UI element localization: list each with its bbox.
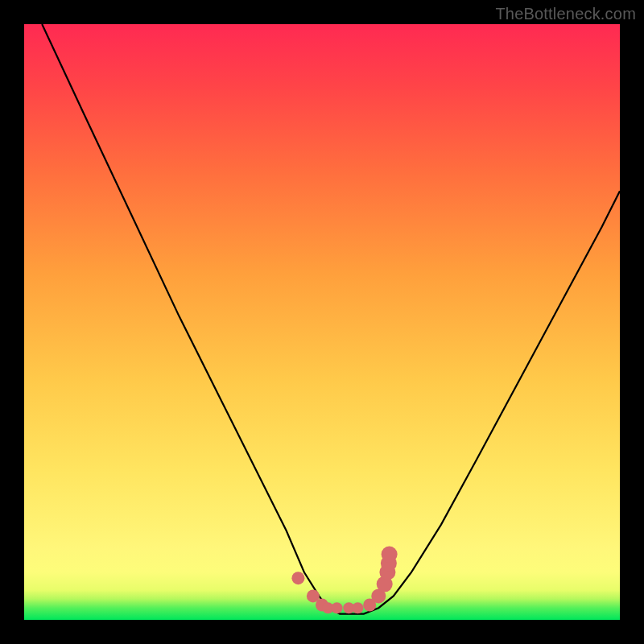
bottleneck-curve-path	[42, 24, 620, 614]
curve-marker	[352, 602, 363, 613]
chart-frame: TheBottleneck.com	[0, 0, 644, 644]
chart-svg	[24, 24, 620, 620]
curve-marker	[382, 547, 398, 563]
curve-marker	[343, 602, 354, 613]
curve-markers	[291, 547, 397, 614]
curve-marker	[371, 588, 386, 603]
bottleneck-curve	[42, 24, 620, 614]
curve-marker	[377, 576, 393, 592]
watermark-text: TheBottleneck.com	[495, 5, 636, 23]
curve-marker	[291, 572, 304, 584]
curve-marker	[322, 602, 333, 613]
curve-marker	[316, 599, 328, 612]
curve-marker	[379, 564, 395, 580]
curve-marker	[381, 555, 397, 572]
chart-plot-area	[24, 24, 620, 620]
curve-marker	[332, 602, 343, 613]
curve-marker	[363, 599, 376, 612]
curve-marker	[307, 589, 320, 602]
